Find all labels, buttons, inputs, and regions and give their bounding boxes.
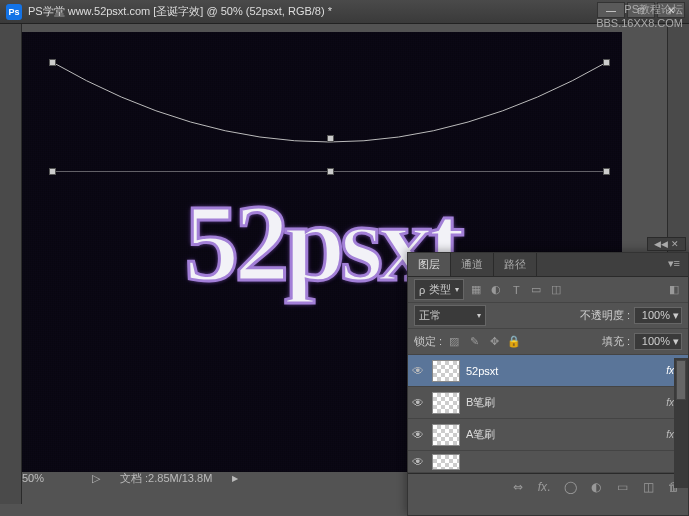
- tab-paths[interactable]: 路径: [494, 253, 537, 276]
- doc-info: 文档 :2.85M/13.8M: [120, 471, 212, 486]
- layer-name: A笔刷: [466, 427, 660, 442]
- layer-style-icon[interactable]: fx.: [536, 479, 552, 495]
- transform-handle-tm[interactable]: [327, 135, 334, 142]
- opacity-label: 不透明度 :: [580, 308, 630, 323]
- layer-scrollbar[interactable]: [674, 358, 688, 488]
- blend-row: 正常▾ 不透明度 : 100% ▾: [408, 303, 688, 329]
- right-rail: [667, 24, 689, 252]
- layer-row-a-brush[interactable]: 👁 A笔刷 fx ▾: [408, 419, 688, 451]
- statusbar: 50% ▷ 文档 :2.85M/13.8M ▶: [22, 468, 238, 488]
- scroll-thumb[interactable]: [676, 360, 686, 400]
- filter-shape-icon[interactable]: ▭: [528, 282, 544, 298]
- fx-badge[interactable]: fx: [666, 365, 674, 376]
- transform-handle-bl[interactable]: [49, 168, 56, 175]
- close-button[interactable]: ✕: [657, 2, 685, 18]
- layer-list: 👁 52psxt fx ▾ 👁 B笔刷 fx ▾ 👁 A笔刷 fx ▾ 👁: [408, 355, 688, 473]
- visibility-icon[interactable]: 👁: [412, 396, 426, 410]
- panel-menu-button[interactable]: ▾≡: [660, 253, 688, 276]
- layer-name: 52psxt: [466, 365, 660, 377]
- fx-badge[interactable]: fx: [666, 397, 674, 408]
- filter-type-icon[interactable]: T: [508, 282, 524, 298]
- layer-name: B笔刷: [466, 395, 660, 410]
- filter-adjust-icon[interactable]: ◐: [488, 282, 504, 298]
- transform-handle-bm[interactable]: [327, 168, 334, 175]
- panel-tabs: 图层 通道 路径 ▾≡: [408, 253, 688, 277]
- layer-row-52psxt[interactable]: 👁 52psxt fx ▾: [408, 355, 688, 387]
- minimize-button[interactable]: —: [597, 2, 625, 18]
- document-title: PS学堂 www.52psxt.com [圣诞字效] @ 50% (52psxt…: [28, 4, 332, 19]
- link-layers-icon[interactable]: ⇔: [510, 479, 526, 495]
- visibility-icon[interactable]: 👁: [412, 364, 426, 378]
- transform-handle-tl[interactable]: [49, 59, 56, 66]
- layer-row-b-brush[interactable]: 👁 B笔刷 fx ▾: [408, 387, 688, 419]
- filter-smart-icon[interactable]: ◫: [548, 282, 564, 298]
- new-layer-icon[interactable]: ◫: [640, 479, 656, 495]
- warp-curve: [52, 62, 607, 172]
- layer-thumbnail[interactable]: [432, 360, 460, 382]
- layer-thumbnail[interactable]: [432, 392, 460, 414]
- filter-pixel-icon[interactable]: ▦: [468, 282, 484, 298]
- lock-transparent-icon[interactable]: ▨: [446, 334, 462, 350]
- layer-thumbnail[interactable]: [432, 424, 460, 446]
- filter-toggle[interactable]: ◧: [666, 282, 682, 298]
- app-icon: Ps: [6, 4, 22, 20]
- lock-position-icon[interactable]: ✥: [486, 334, 502, 350]
- left-rail: [0, 24, 22, 504]
- layers-panel: ◀◀ ✕ 图层 通道 路径 ▾≡ ρ 类型 ▾ ▦ ◐ T ▭ ◫ ◧ 正常▾ …: [407, 252, 689, 516]
- fill-label: 填充 :: [602, 334, 630, 349]
- warp-transform-box[interactable]: [52, 62, 607, 172]
- lock-all-icon[interactable]: 🔒: [506, 334, 522, 350]
- filter-row: ρ 类型 ▾ ▦ ◐ T ▭ ◫ ◧: [408, 277, 688, 303]
- maximize-button[interactable]: □: [627, 2, 655, 18]
- fill-input[interactable]: 100% ▾: [634, 333, 682, 350]
- fx-badge[interactable]: fx: [666, 429, 674, 440]
- window-controls: — □ ✕: [597, 2, 685, 18]
- titlebar: Ps PS学堂 www.52psxt.com [圣诞字效] @ 50% (52p…: [0, 0, 689, 24]
- panel-footer: ⇔ fx. ◯ ◐ ▭ ◫ 🗑: [408, 473, 688, 499]
- visibility-icon[interactable]: 👁: [412, 455, 426, 469]
- layer-kind-dropdown[interactable]: ρ 类型 ▾: [414, 279, 464, 300]
- lock-row: 锁定 : ▨ ✎ ✥ 🔒 填充 : 100% ▾: [408, 329, 688, 355]
- transform-handle-br[interactable]: [603, 168, 610, 175]
- lock-paint-icon[interactable]: ✎: [466, 334, 482, 350]
- group-icon[interactable]: ▭: [614, 479, 630, 495]
- adjustment-layer-icon[interactable]: ◐: [588, 479, 604, 495]
- tab-layers[interactable]: 图层: [408, 253, 451, 276]
- tab-channels[interactable]: 通道: [451, 253, 494, 276]
- panel-collapse-button[interactable]: ◀◀ ✕: [647, 237, 686, 251]
- transform-handle-tr[interactable]: [603, 59, 610, 66]
- zoom-value[interactable]: 50%: [22, 472, 72, 484]
- doc-info-arrow-icon[interactable]: ▶: [232, 474, 238, 483]
- opacity-input[interactable]: 100% ▾: [634, 307, 682, 324]
- layer-mask-icon[interactable]: ◯: [562, 479, 578, 495]
- visibility-icon[interactable]: 👁: [412, 428, 426, 442]
- blend-mode-dropdown[interactable]: 正常▾: [414, 305, 486, 326]
- lock-label: 锁定 :: [414, 334, 442, 349]
- preview-icon[interactable]: ▷: [92, 472, 100, 485]
- layer-thumbnail[interactable]: [432, 454, 460, 470]
- layer-row-extra[interactable]: 👁: [408, 451, 688, 473]
